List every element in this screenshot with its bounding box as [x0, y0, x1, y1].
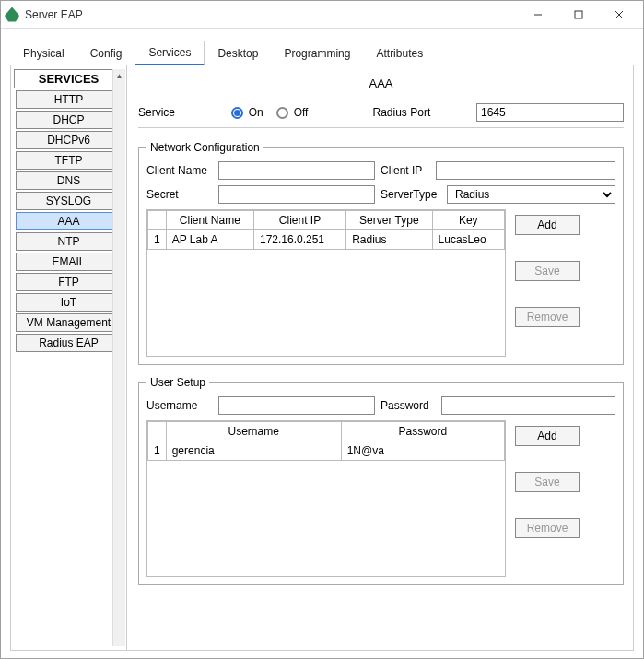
- service-radio-group: On Off: [231, 106, 368, 119]
- username-input[interactable]: [218, 396, 375, 415]
- svg-rect-1: [575, 11, 582, 18]
- main-row: SERVICES HTTP DHCP DHCPv6 TFTP DNS SYSLO…: [10, 65, 634, 651]
- user-setup-fieldset: User Setup Username Password Userna: [138, 376, 624, 585]
- password-label: Password: [381, 399, 436, 412]
- titlebar[interactable]: Server EAP: [1, 1, 643, 29]
- remove-user-button[interactable]: Remove: [515, 518, 580, 538]
- client-ip-label: Client IP: [381, 164, 430, 177]
- radio-off[interactable]: [276, 107, 288, 119]
- save-client-button[interactable]: Save: [515, 261, 580, 281]
- add-client-button[interactable]: Add: [515, 215, 580, 235]
- window-title: Server EAP: [25, 8, 83, 21]
- panel-title: AAA: [138, 71, 624, 103]
- remove-client-button[interactable]: Remove: [515, 307, 580, 327]
- sidebar-item-dhcp[interactable]: DHCP: [16, 111, 123, 129]
- sidebar-item-dns[interactable]: DNS: [16, 171, 123, 190]
- radius-port-label: Radius Port: [373, 106, 471, 119]
- tab-services[interactable]: Services: [135, 41, 205, 65]
- network-configuration-fieldset: Network Configuration Client Name Client…: [138, 141, 624, 365]
- sidebar-header: SERVICES: [14, 69, 123, 88]
- col-username: Username: [166, 422, 341, 441]
- tab-attributes[interactable]: Attributes: [363, 42, 436, 65]
- tab-desktop[interactable]: Desktop: [205, 42, 271, 65]
- client-ip-input[interactable]: [436, 161, 615, 180]
- service-row: Service On Off Radius Port: [138, 103, 624, 128]
- username-label: Username: [146, 399, 213, 412]
- network-clients-grid[interactable]: Client Name Client IP Server Type Key 1 …: [146, 209, 506, 357]
- tab-programming[interactable]: Programming: [271, 42, 363, 65]
- tab-config[interactable]: Config: [77, 42, 135, 65]
- radius-port-input[interactable]: [476, 103, 624, 122]
- network-configuration-legend: Network Configuration: [146, 141, 263, 154]
- content: Physical Config Services Desktop Program…: [1, 29, 643, 658]
- col-password: Password: [341, 422, 504, 441]
- sidebar-item-vm-management[interactable]: VM Management: [16, 313, 123, 332]
- sidebar-item-ntp[interactable]: NTP: [16, 232, 123, 251]
- user-setup-legend: User Setup: [146, 376, 209, 389]
- radio-on[interactable]: [231, 107, 243, 119]
- server-type-label: ServerType: [381, 188, 441, 201]
- app-icon: [5, 7, 19, 22]
- secret-label: Secret: [146, 188, 213, 201]
- radio-dot-icon: [234, 110, 240, 116]
- users-grid[interactable]: Username Password 1 gerencia 1N@va: [146, 420, 506, 577]
- table-row[interactable]: 1 AP Lab A 172.16.0.251 Radius LucasLeo: [148, 230, 505, 250]
- col-client-ip: Client IP: [253, 211, 345, 230]
- off-label: Off: [294, 106, 309, 119]
- tab-physical[interactable]: Physical: [10, 42, 77, 65]
- window: Server EAP Physical Config Services Desk…: [0, 0, 644, 659]
- sidebar-item-dhcpv6[interactable]: DHCPv6: [16, 131, 123, 149]
- server-type-select[interactable]: Radius: [447, 185, 615, 204]
- client-name-input[interactable]: [218, 161, 375, 180]
- sidebar-item-ftp[interactable]: FTP: [16, 273, 123, 291]
- secret-input[interactable]: [218, 185, 375, 204]
- sidebar: SERVICES HTTP DHCP DHCPv6 TFTP DNS SYSLO…: [11, 65, 127, 650]
- col-server-type: Server Type: [346, 211, 432, 230]
- sidebar-item-aaa[interactable]: AAA: [16, 212, 123, 230]
- tabs: Physical Config Services Desktop Program…: [10, 41, 634, 65]
- col-key: Key: [432, 211, 504, 230]
- col-client-name: Client Name: [166, 211, 253, 230]
- client-name-label: Client Name: [146, 164, 213, 177]
- aaa-panel: AAA Service On Off Radius Port Network C…: [127, 65, 633, 650]
- on-label: On: [249, 106, 263, 119]
- maximize-button[interactable]: [558, 2, 599, 28]
- minimize-button[interactable]: [518, 2, 558, 28]
- service-label: Service: [138, 106, 226, 119]
- save-user-button[interactable]: Save: [515, 472, 580, 492]
- close-button[interactable]: [599, 2, 639, 28]
- add-user-button[interactable]: Add: [515, 426, 580, 446]
- sidebar-item-radius-eap[interactable]: Radius EAP: [16, 334, 123, 352]
- sidebar-item-http[interactable]: HTTP: [16, 90, 123, 109]
- sidebar-item-iot[interactable]: IoT: [16, 293, 123, 312]
- sidebar-item-tftp[interactable]: TFTP: [16, 151, 123, 170]
- chevron-up-icon[interactable]: ▲: [113, 69, 125, 82]
- sidebar-scrollbar[interactable]: ▲: [112, 69, 125, 646]
- table-row[interactable]: 1 gerencia 1N@va: [148, 441, 505, 461]
- sidebar-item-email[interactable]: EMAIL: [16, 253, 123, 271]
- sidebar-item-syslog[interactable]: SYSLOG: [16, 192, 123, 210]
- password-input[interactable]: [441, 396, 615, 415]
